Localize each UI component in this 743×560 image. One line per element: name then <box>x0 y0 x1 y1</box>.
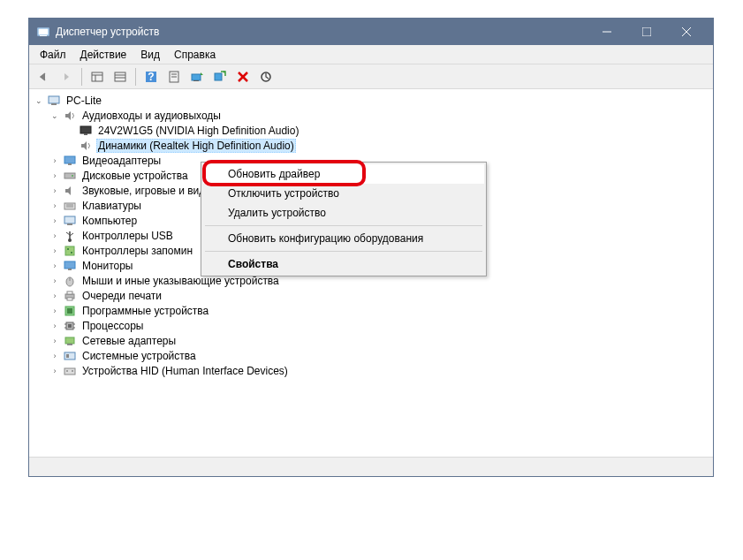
svg-rect-7 <box>92 72 102 81</box>
svg-line-6 <box>682 27 691 36</box>
update-driver-icon[interactable] <box>186 66 208 87</box>
svg-point-65 <box>72 370 73 372</box>
svg-rect-41 <box>65 246 74 255</box>
keyboard-icon <box>63 199 77 213</box>
sound-icon <box>63 184 77 198</box>
tree-label: Устройства HID (Human Interface Devices) <box>80 365 290 377</box>
menu-separator <box>205 225 482 226</box>
tree-audio[interactable]: ⌄ Аудиовходы и аудиовыходы <box>49 108 713 123</box>
svg-rect-62 <box>66 354 69 358</box>
tree-label: Аудиовходы и аудиовыходы <box>80 110 223 122</box>
tree-label: Компьютер <box>80 215 139 227</box>
network-icon <box>63 334 77 348</box>
expand-icon[interactable]: › <box>49 155 61 167</box>
uninstall-icon[interactable] <box>232 66 254 87</box>
statusbar <box>29 457 713 476</box>
expand-icon[interactable]: › <box>49 245 61 257</box>
toolbar-separator <box>81 68 82 86</box>
tree-system[interactable]: ›Системные устройства <box>49 348 713 363</box>
tree-label: Клавиатуры <box>80 200 143 212</box>
tree-net[interactable]: ›Сетевые адаптеры <box>49 333 713 348</box>
tree-root[interactable]: ⌄ PC-Lite <box>33 93 713 108</box>
window-title: Диспетчер устройств <box>56 26 587 38</box>
svg-rect-20 <box>215 73 222 80</box>
tree-label: Сетевые адаптеры <box>80 335 178 347</box>
expand-icon[interactable]: › <box>49 260 61 272</box>
menu-disable-device[interactable]: Отключить устройство <box>203 184 484 203</box>
tree-label: Очереди печати <box>80 290 163 302</box>
menu-uninstall-device[interactable]: Удалить устройство <box>203 203 484 223</box>
svg-rect-24 <box>49 96 59 103</box>
back-button[interactable] <box>33 66 54 87</box>
close-button[interactable] <box>666 19 706 45</box>
menu-help[interactable]: Справка <box>167 47 223 63</box>
expand-icon[interactable]: › <box>49 350 61 362</box>
svg-rect-50 <box>67 298 72 300</box>
collapse-icon[interactable]: ⌄ <box>49 110 61 122</box>
svg-rect-43 <box>71 252 72 254</box>
svg-rect-61 <box>64 352 75 359</box>
svg-rect-30 <box>64 173 75 178</box>
forward-button[interactable] <box>56 66 77 87</box>
menu-update-driver[interactable]: Обновить драйвер <box>203 164 484 184</box>
svg-rect-63 <box>64 368 75 375</box>
expand-icon[interactable]: › <box>49 320 61 332</box>
properties-icon[interactable] <box>163 66 185 87</box>
context-menu: Обновить драйвер Отключить устройство Уд… <box>201 162 487 276</box>
menu-action[interactable]: Действие <box>73 47 134 63</box>
svg-rect-28 <box>64 156 75 163</box>
svg-point-64 <box>66 370 68 372</box>
maximize-button[interactable] <box>626 19 666 45</box>
expand-icon[interactable]: › <box>49 185 61 197</box>
svg-rect-59 <box>65 337 74 344</box>
usb-icon <box>63 229 77 243</box>
show-hide-tree-icon[interactable] <box>87 66 108 87</box>
audio-icon <box>63 109 77 123</box>
spacer <box>64 140 77 152</box>
tree-software[interactable]: ›Программные устройства <box>49 303 713 318</box>
svg-rect-26 <box>80 126 91 133</box>
spacer <box>64 125 77 137</box>
collapse-icon[interactable]: ⌄ <box>33 95 45 107</box>
details-view-icon[interactable] <box>110 66 131 87</box>
menu-file[interactable]: Файл <box>33 47 73 63</box>
menu-view[interactable]: Вид <box>133 47 167 63</box>
svg-text:?: ? <box>148 71 154 83</box>
expand-icon[interactable]: › <box>49 290 61 302</box>
expand-icon[interactable]: › <box>49 275 61 287</box>
svg-rect-49 <box>67 291 72 294</box>
expand-icon[interactable]: › <box>49 305 61 317</box>
menu-properties[interactable]: Свойства <box>203 254 484 274</box>
svg-rect-44 <box>64 261 75 269</box>
svg-rect-27 <box>84 133 87 135</box>
expand-icon[interactable]: › <box>49 200 61 212</box>
tree-cpu[interactable]: ›Процессоры <box>49 318 713 333</box>
tree-printq[interactable]: ›Очереди печати <box>49 288 713 303</box>
expand-icon[interactable]: › <box>49 335 61 347</box>
svg-rect-35 <box>64 216 75 223</box>
tree-label: Контроллеры USB <box>80 230 175 242</box>
svg-rect-45 <box>68 269 72 270</box>
tree-label: Контроллеры запомин <box>80 245 194 257</box>
svg-rect-42 <box>67 248 69 250</box>
minimize-button[interactable] <box>587 19 626 45</box>
tree-hid[interactable]: ›Устройства HID (Human Interface Devices… <box>49 363 713 378</box>
expand-icon[interactable]: › <box>49 230 61 242</box>
tree-label: 24V2W1G5 (NVIDIA High Definition Audio) <box>96 125 300 137</box>
tree-audio-child[interactable]: 24V2W1G5 (NVIDIA High Definition Audio) <box>64 123 713 138</box>
svg-rect-19 <box>193 80 199 81</box>
disable-icon[interactable] <box>255 66 277 87</box>
tree-audio-child-selected[interactable]: Динамики (Realtek High Definition Audio) <box>64 138 713 153</box>
help-icon[interactable]: ? <box>140 66 162 87</box>
storage-icon <box>63 244 77 258</box>
computer-icon <box>47 94 61 108</box>
expand-icon[interactable]: › <box>49 170 61 182</box>
scan-hardware-icon[interactable] <box>209 66 231 87</box>
toolbar-separator <box>135 68 136 86</box>
expand-icon[interactable]: › <box>49 365 61 377</box>
tree-label: PC-Lite <box>64 95 103 107</box>
expand-icon[interactable]: › <box>49 215 61 227</box>
svg-rect-25 <box>51 103 57 105</box>
tree-label: Дисковые устройства <box>80 170 190 182</box>
menu-scan-hardware[interactable]: Обновить конфигурацию оборудования <box>203 229 484 248</box>
